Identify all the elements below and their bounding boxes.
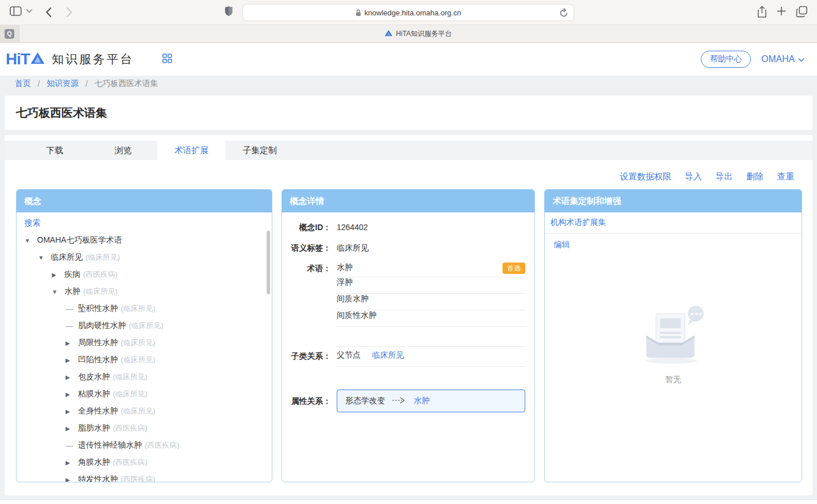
tree-item[interactable]: ▼ OMAHA七巧板医学术语: [17, 232, 272, 249]
reload-icon[interactable]: [559, 8, 568, 18]
tree-item-suffix: (西医疾病): [83, 269, 118, 280]
tree-item[interactable]: ▶ 局限性水肿 (临床所见): [17, 334, 272, 351]
tree-item-label: 角膜水肿: [78, 457, 110, 468]
tree-scrollbar[interactable]: [267, 231, 270, 294]
attribute-label: 属性关系：: [287, 395, 331, 407]
share-icon[interactable]: [757, 6, 767, 18]
tree-item[interactable]: ▶ 疾病 (西医疾病): [17, 266, 272, 283]
term-text: 水肿: [337, 263, 353, 273]
logo-subtitle: 知识服务平台: [52, 51, 134, 67]
tree-item-label: 凹陷性水肿: [78, 355, 118, 365]
tree-item[interactable]: — 遗传性神经轴水肿 (西医疾病): [17, 437, 272, 454]
page-tab[interactable]: 子集定制: [226, 141, 294, 160]
concept-detail-title: 概念详情: [282, 190, 534, 212]
tree-item-label: 粘膜水肿: [78, 389, 110, 399]
breadcrumb-item[interactable]: 知识资源: [47, 79, 79, 89]
concept-panel: 概念 搜索 ▼ OMAHA七巧板医学术语 ▼ 临床所见 (临床所见) ▶ 疾病 …: [16, 189, 272, 482]
term-row: 水肿 首选: [337, 263, 525, 277]
breadcrumb-separator: /: [38, 79, 40, 88]
page-footer: [0, 499, 817, 504]
tree-item-suffix: (西医疾病): [113, 457, 148, 468]
term-text: 间质性水肿: [337, 310, 377, 321]
tree-expander-right-icon[interactable]: ▶: [52, 272, 64, 278]
attribute-relation-box[interactable]: 形态学改变 水肿: [337, 390, 525, 412]
tree-item[interactable]: ▶ 包皮水肿 (临床所见): [17, 368, 272, 386]
tree-item-label: 遗传性神经轴水肿: [78, 440, 142, 450]
tree-expander-right-icon[interactable]: ▶: [66, 460, 78, 466]
tree-item-suffix: (西医疾病): [145, 440, 179, 450]
concept-detail-panel: 概念详情 概念ID： 1264402 语义标签： 临床所见 术语： 水肿 首选 …: [281, 189, 535, 482]
tree-expander-right-icon[interactable]: ▶: [66, 477, 78, 483]
user-menu[interactable]: OMAHA: [761, 54, 804, 64]
tree-item[interactable]: ▶ 特发性水肿 (西医疾病): [17, 471, 272, 482]
help-center-button[interactable]: 帮助中心: [701, 51, 751, 68]
concept-id-label: 概念ID：: [287, 222, 331, 233]
tab-group-chevron-icon[interactable]: [26, 9, 32, 13]
tree-expander-right-icon[interactable]: ▶: [66, 340, 78, 346]
term-text: 间质水肿: [337, 294, 369, 304]
tree-item[interactable]: — 坠积性水肿 (临床所见): [17, 300, 272, 317]
tree-item[interactable]: ▶ 粘膜水肿 (临床所见): [17, 386, 272, 403]
tree-expander-down-icon[interactable]: ▼: [38, 255, 51, 261]
forward-icon[interactable]: [66, 7, 72, 18]
actions-row: 设置数据权限 导入 导出 删除 查重: [5, 160, 812, 182]
browser-chrome: knowledge.hita.omaha.org.cn Q HiTA知识服务平台: [0, 0, 817, 43]
tree-item[interactable]: ▼ 水肿 (临床所见): [17, 283, 272, 300]
concept-panel-title: 概念: [17, 190, 272, 212]
org-extension-set-link[interactable]: 机构术语扩展集: [545, 212, 802, 233]
search-link[interactable]: 搜索: [17, 212, 272, 230]
tab-overview-icon[interactable]: [796, 6, 808, 18]
new-tab-icon[interactable]: [776, 6, 787, 17]
tree-expander-down-icon[interactable]: ▼: [52, 289, 64, 295]
tree-expander-right-icon[interactable]: ▶: [66, 391, 78, 398]
back-icon[interactable]: [46, 7, 52, 18]
address-bar[interactable]: knowledge.hita.omaha.org.cn: [242, 4, 574, 21]
empty-state: 暂无: [545, 305, 802, 385]
tree-item-label: 坠积性水肿: [78, 304, 118, 314]
subclass-parent-link[interactable]: 临床所见: [372, 350, 404, 360]
preferred-badge: 首选: [503, 263, 525, 274]
apps-grid-icon[interactable]: [162, 54, 172, 65]
action-link[interactable]: 删除: [746, 171, 763, 182]
tree-expander-right-icon[interactable]: ▶: [66, 374, 78, 380]
tree-item-label: 包皮水肿: [78, 372, 110, 382]
subclass-label: 子类关系：: [287, 350, 331, 362]
action-link[interactable]: 导入: [685, 171, 702, 182]
page-tab[interactable]: 浏览: [89, 141, 157, 160]
edit-link[interactable]: 编辑: [545, 233, 579, 256]
tree-item[interactable]: ▶ 全身性水肿 (临床所见): [17, 403, 272, 420]
tree-expander-down-icon[interactable]: ▼: [24, 237, 37, 244]
title-card: 七巧板西医术语集: [5, 96, 812, 130]
attribute-target-link[interactable]: 水肿: [414, 396, 430, 406]
tree-item-suffix: (临床所见): [121, 355, 156, 365]
action-link[interactable]: 设置数据权限: [620, 171, 671, 182]
tree-item-suffix: (临床所见): [85, 252, 120, 263]
tree-expander-right-icon[interactable]: ▶: [66, 408, 78, 415]
tree-item-suffix: (临床所见): [113, 389, 148, 399]
tree-item-label: 临床所见: [51, 252, 83, 263]
page-tab[interactable]: 术语扩展: [157, 141, 226, 160]
page-tab[interactable]: 下载: [21, 141, 89, 160]
breadcrumb-item[interactable]: 首页: [15, 79, 31, 89]
tree-item[interactable]: ▶ 凹陷性水肿 (临床所见): [17, 351, 272, 368]
sidebar-icon[interactable]: [10, 6, 22, 16]
privacy-shield-icon[interactable]: [224, 6, 233, 17]
tree-expander-right-icon[interactable]: ▶: [66, 425, 78, 432]
concept-detail-body: 概念ID： 1264402 语义标签： 临床所见 术语： 水肿 首选 浮肿 间质…: [282, 212, 534, 412]
dashed-arrow-icon: [392, 396, 407, 405]
action-link[interactable]: 查重: [777, 171, 794, 182]
browser-tab[interactable]: HiTA知识服务平台: [19, 25, 817, 42]
tree-item[interactable]: ▶ 脂肪水肿 (西医疾病): [17, 420, 272, 437]
hita-logo[interactable]: HiT 知识服务平台: [6, 50, 134, 68]
chevron-down-icon: [798, 54, 804, 64]
pinned-tab[interactable]: Q: [0, 25, 19, 42]
tree-item-suffix: (临床所见): [83, 286, 118, 297]
logo-triangle-icon: [30, 52, 45, 67]
action-link[interactable]: 导出: [716, 171, 733, 182]
tree-item[interactable]: — 肌肉硬性水肿 (临床所见): [17, 317, 272, 334]
tree-leaf-dash: —: [66, 441, 78, 450]
tree-expander-right-icon[interactable]: ▶: [66, 357, 78, 363]
tree-item[interactable]: ▶ 角膜水肿 (西医疾病): [17, 454, 272, 471]
tree-item[interactable]: ▼ 临床所见 (临床所见): [17, 249, 272, 266]
customization-panel-title: 术语集定制和增强: [545, 190, 802, 212]
